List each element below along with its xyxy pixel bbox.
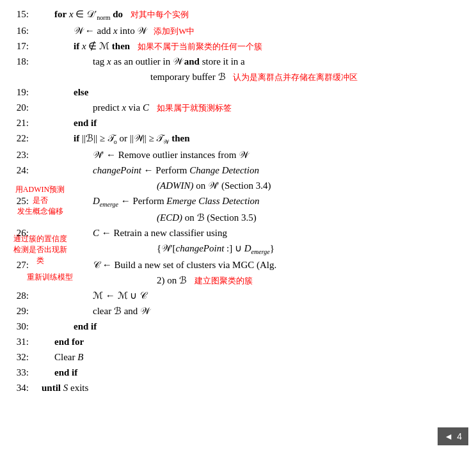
line-content-32: Clear B xyxy=(35,349,463,365)
line-25-cont: (ECD) on ℬ (Section 3.5) xyxy=(6,210,463,225)
line-15: 15: for x ∈ 𝒟′norm do 对其中每个实例 xyxy=(6,6,463,23)
line-22: 22: if ||ℬ|| ≥ 𝒯o or ||𝒲|| ≥ 𝒯𝒲 then xyxy=(6,131,463,147)
line-34: 34: until S exits xyxy=(6,380,463,395)
line-29: 29: clear ℬ and 𝒲 xyxy=(6,303,463,319)
line-number-19: 19: xyxy=(6,84,35,100)
line-content-20: predict x via C 如果属于就预测标签 xyxy=(35,100,463,115)
line-number-23: 23: xyxy=(6,147,35,163)
line-31: 31: end for xyxy=(6,334,463,349)
line-content-25-cont: (ECD) on ℬ (Section 3.5) xyxy=(35,210,463,225)
line-content-16: 𝒲 ← add x into 𝒲 添加到W中 xyxy=(35,23,463,38)
line-27: 27: 𝒞 ← Build a new set of clusters via … xyxy=(6,257,463,273)
algorithm-lines: 15: for x ∈ 𝒟′norm do 对其中每个实例 16: 𝒲 ← ad… xyxy=(6,6,463,395)
line-content-15: for x ∈ 𝒟′norm do 对其中每个实例 xyxy=(35,6,463,23)
line-content-26: C ← Retrain a new classifier using xyxy=(35,225,463,241)
nav-button[interactable]: ◄ 4 xyxy=(438,427,468,445)
line-content-31: end for xyxy=(35,334,463,349)
line-20: 20: predict x via C 如果属于就预测标签 xyxy=(6,100,463,115)
line-27-cont: 2) on ℬ 建立图聚类的簇 xyxy=(6,273,463,288)
line-number-26: 26: xyxy=(6,225,35,241)
line-number-33: 33: xyxy=(6,365,35,380)
line-24: 24: changePoint ← Perform Change Detecti… xyxy=(6,163,463,178)
page-container: 15: for x ∈ 𝒟′norm do 对其中每个实例 16: 𝒲 ← ad… xyxy=(0,0,476,453)
line-content-24: changePoint ← Perform Change Detection xyxy=(35,163,463,178)
line-number-24: 24: xyxy=(6,163,35,178)
line-number-34: 34: xyxy=(6,380,35,395)
line-number-17: 17: xyxy=(6,38,35,54)
line-content-24-cont: (ADWIN) on 𝒲′ (Section 3.4) xyxy=(35,178,463,193)
line-30: 30: end if xyxy=(6,319,463,334)
line-number-16: 16: xyxy=(6,23,35,38)
line-number-18: 18: xyxy=(6,54,35,69)
line-content-29: clear ℬ and 𝒲 xyxy=(35,303,463,319)
line-content-33: end if xyxy=(35,365,463,380)
line-16: 16: 𝒲 ← add x into 𝒲 添加到W中 xyxy=(6,23,463,38)
line-content-21: end if xyxy=(35,115,463,131)
line-28: 28: ℳ ← ℳ ∪ 𝒞 xyxy=(6,288,463,303)
line-content-25: Demerge ← Perform Emerge Class Detection xyxy=(35,193,463,210)
line-number-28: 28: xyxy=(6,288,35,303)
line-24-cont: (ADWIN) on 𝒲′ (Section 3.4) xyxy=(6,178,463,193)
line-content-26-cont: {𝒲′[changePoint :] ∪ Demerge} xyxy=(35,241,463,257)
line-26-cont: {𝒲′[changePoint :] ∪ Demerge} xyxy=(6,241,463,257)
nav-prev-icon: ◄ xyxy=(444,431,453,441)
line-content-23: 𝒲′ ← Remove outlier instances from 𝒲 xyxy=(35,147,463,163)
line-content-34: until S exits xyxy=(35,380,463,395)
line-content-19: else xyxy=(35,84,463,100)
line-26: 26: C ← Retrain a new classifier using xyxy=(6,225,463,241)
line-25: 25: Demerge ← Perform Emerge Class Detec… xyxy=(6,193,463,210)
line-content-22: if ||ℬ|| ≥ 𝒯o or ||𝒲|| ≥ 𝒯𝒲 then xyxy=(35,131,463,147)
line-number-20: 20: xyxy=(6,100,35,115)
line-18: 18: tag x as an outlier in 𝒲 and store i… xyxy=(6,54,463,69)
line-19: 19: else xyxy=(6,84,463,100)
nav-page-number: 4 xyxy=(457,431,462,441)
line-18-cont: temporary buffer ℬ 认为是离群点并存储在离群缓冲区 xyxy=(6,69,463,84)
line-content-18: tag x as an outlier in 𝒲 and store it in… xyxy=(35,54,463,69)
line-23: 23: 𝒲′ ← Remove outlier instances from 𝒲 xyxy=(6,147,463,163)
line-number-15: 15: xyxy=(6,6,35,22)
line-content-18-cont: temporary buffer ℬ 认为是离群点并存储在离群缓冲区 xyxy=(35,69,463,84)
line-number-29: 29: xyxy=(6,303,35,319)
line-number-30: 30: xyxy=(6,319,35,334)
line-32: 32: Clear B xyxy=(6,349,463,365)
line-number-22: 22: xyxy=(6,131,35,146)
line-number-21: 21: xyxy=(6,115,35,131)
line-content-27-cont: 2) on ℬ 建立图聚类的簇 xyxy=(35,273,463,288)
line-number-31: 31: xyxy=(6,334,35,349)
line-content-27: 𝒞 ← Build a new set of clusters via MGC … xyxy=(35,257,463,273)
line-content-28: ℳ ← ℳ ∪ 𝒞 xyxy=(35,288,463,303)
line-number-25: 25: xyxy=(6,193,35,209)
line-content-30: end if xyxy=(35,319,463,334)
line-21: 21: end if xyxy=(6,115,463,131)
line-content-17: if x ∉ ℳ then 如果不属于当前聚类的任何一个簇 xyxy=(35,38,463,54)
line-33: 33: end if xyxy=(6,365,463,380)
line-number-27: 27: xyxy=(6,257,35,273)
line-number-32: 32: xyxy=(6,349,35,365)
line-17: 17: if x ∉ ℳ then 如果不属于当前聚类的任何一个簇 xyxy=(6,38,463,54)
